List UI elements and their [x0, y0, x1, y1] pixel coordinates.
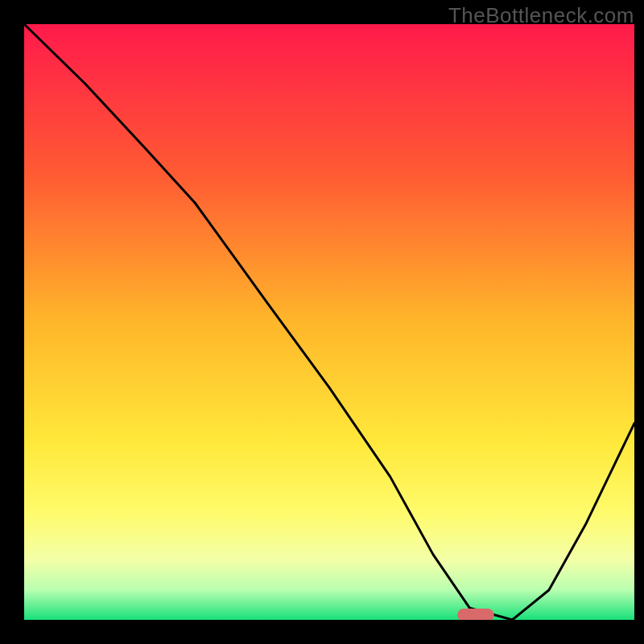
chart-container: TheBottleneck.com: [0, 0, 644, 644]
plot-area: [24, 24, 634, 620]
chart-svg: [24, 24, 634, 620]
watermark-text: TheBottleneck.com: [448, 3, 634, 28]
optimal-marker: [457, 609, 494, 620]
gradient-background: [24, 24, 634, 620]
